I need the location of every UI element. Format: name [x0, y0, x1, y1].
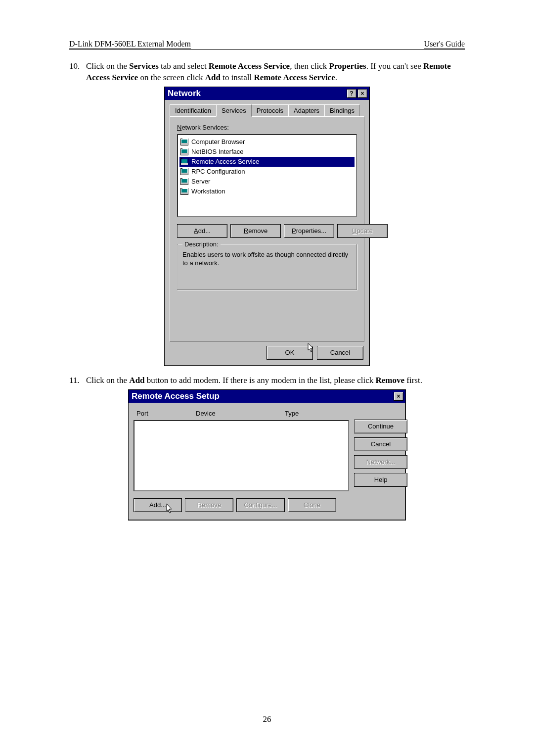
- list-item[interactable]: Server: [179, 177, 355, 187]
- step-body: Click on the Add button to add modem. If…: [86, 375, 465, 386]
- titlebar[interactable]: Network ? ×: [165, 87, 369, 100]
- remove-button: Remove: [185, 498, 233, 512]
- cancel-button[interactable]: Cancel: [317, 346, 363, 360]
- tab-panel: Network Services: Computer Browser NetBI…: [170, 116, 364, 342]
- remove-button[interactable]: Remove: [230, 224, 281, 238]
- step-number: 10.: [69, 61, 86, 84]
- col-device: Device: [196, 410, 285, 417]
- services-listbox[interactable]: Computer Browser NetBIOS Interface Remot…: [177, 134, 357, 217]
- dialog-title: Network: [168, 89, 201, 98]
- list-item[interactable]: NetBIOS Interface: [179, 147, 355, 157]
- list-item[interactable]: Workstation: [179, 187, 355, 196]
- clone-button: Clone: [288, 498, 336, 512]
- list-item[interactable]: RPC Configuration: [179, 167, 355, 177]
- add-button[interactable]: Add...: [177, 224, 227, 238]
- header-right: User's Guide: [424, 40, 465, 48]
- service-icon: [180, 158, 188, 165]
- tab-adapters[interactable]: Adapters: [288, 104, 325, 117]
- step-body: Click on the Services tab and select Rem…: [86, 61, 465, 84]
- network-dialog: Network ? × Identification Services Prot…: [164, 87, 370, 366]
- help-icon[interactable]: ?: [347, 89, 356, 98]
- tab-protocols[interactable]: Protocols: [251, 104, 289, 117]
- page-header: D-Link DFM-560EL External Modem User's G…: [69, 40, 465, 50]
- remote-access-setup-dialog: Remote Access Setup × Port Device Type: [128, 389, 406, 520]
- properties-button[interactable]: Properties...: [284, 224, 334, 238]
- step-number: 11.: [69, 375, 86, 386]
- groupbox-title: Description:: [182, 240, 221, 248]
- list-label: Network Services:: [177, 124, 357, 131]
- bottom-buttons: Add... Remove Configure... Clone: [129, 494, 405, 520]
- tab-services[interactable]: Services: [216, 104, 252, 117]
- service-icon: [180, 168, 188, 175]
- list-item[interactable]: Computer Browser: [179, 137, 355, 147]
- col-type: Type: [285, 410, 349, 417]
- ok-button[interactable]: OK: [267, 346, 313, 360]
- tab-identification[interactable]: Identification: [170, 104, 217, 117]
- tab-bindings[interactable]: Bindings: [324, 104, 360, 117]
- dialog-title: Remote Access Setup: [132, 391, 220, 401]
- page: D-Link DFM-560EL External Modem User's G…: [0, 0, 534, 549]
- titlebar[interactable]: Remote Access Setup ×: [129, 390, 405, 403]
- close-icon[interactable]: ×: [357, 89, 367, 98]
- button-row: Add... Remove Properties... Update: [177, 224, 357, 238]
- step-10: 10. Click on the Services tab and select…: [69, 61, 465, 84]
- service-icon: [180, 139, 188, 145]
- page-number: 26: [0, 714, 534, 724]
- device-listbox[interactable]: [134, 420, 349, 491]
- add-button[interactable]: Add...: [134, 498, 182, 512]
- right-buttons: Continue Cancel Network... Help: [354, 408, 400, 491]
- left-pane: Port Device Type: [134, 408, 349, 491]
- close-icon[interactable]: ×: [394, 392, 403, 401]
- description-text: Enables users to work offsite as though …: [182, 251, 352, 268]
- col-port: Port: [136, 410, 196, 417]
- continue-button[interactable]: Continue: [354, 420, 407, 433]
- description-groupbox: Description: Enables users to work offsi…: [177, 244, 357, 290]
- list-item-selected[interactable]: Remote Access Service: [179, 157, 355, 167]
- step-11: 11. Click on the Add button to add modem…: [69, 375, 465, 386]
- service-icon: [180, 188, 188, 195]
- service-icon: [180, 148, 188, 155]
- service-icon: [180, 178, 188, 185]
- network-button: Network...: [354, 455, 407, 469]
- dialog-buttons: OK Cancel: [165, 346, 369, 366]
- help-button[interactable]: Help: [354, 473, 407, 487]
- tabs: Identification Services Protocols Adapte…: [170, 104, 364, 116]
- cancel-button[interactable]: Cancel: [354, 437, 407, 451]
- update-button: Update: [337, 224, 388, 238]
- header-left: D-Link DFM-560EL External Modem: [69, 40, 191, 48]
- column-headers: Port Device Type: [134, 408, 349, 420]
- configure-button: Configure...: [236, 498, 285, 512]
